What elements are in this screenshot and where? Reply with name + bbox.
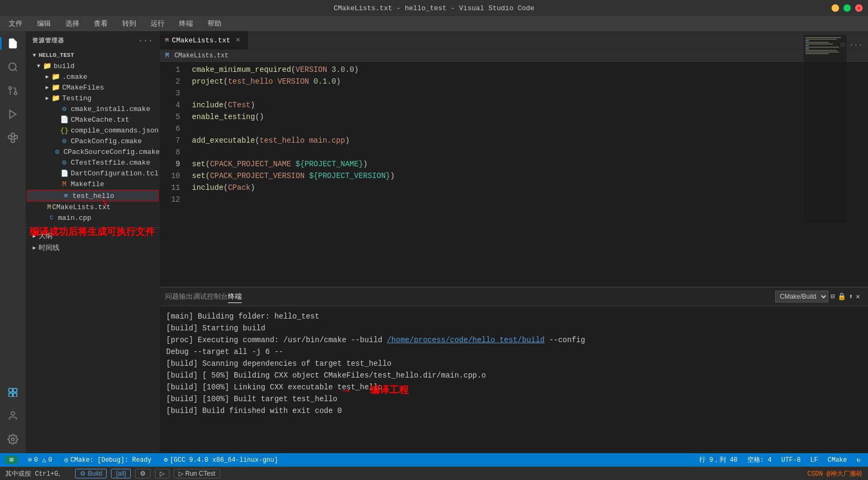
minimize-button[interactable]: — <box>832 4 839 12</box>
menu-view[interactable]: 查看 <box>91 18 111 29</box>
tree-item-cmake[interactable]: ▶ 📁 .cmake <box>26 71 160 82</box>
sidebar-item-timeline[interactable]: ▶ 时间线 <box>26 242 160 254</box>
tree-item-build[interactable]: ▼ 📁 build <box>26 61 160 71</box>
terminal-tab-debug[interactable]: 调试控制台 <box>193 291 228 302</box>
terminal-profile-dropdown[interactable]: CMake/Build <box>775 291 828 302</box>
svg-rect-10 <box>9 388 13 392</box>
code-line-10: set(CPACK_PROJECT_VERSION ${PROJECT_VERS… <box>192 170 868 182</box>
terminal-lock-icon[interactable]: 🔒 <box>837 292 846 301</box>
tree-item-cmakecache[interactable]: 📄 CMakeCache.txt <box>26 114 160 125</box>
svg-rect-12 <box>9 393 13 397</box>
terminal-split-icon[interactable]: ⊟ <box>831 292 835 301</box>
status-language[interactable]: CMake <box>826 456 849 464</box>
status-position[interactable]: 行 9，列 40 <box>697 455 740 464</box>
svg-rect-11 <box>13 388 17 392</box>
tree-item-test-hello[interactable]: ≡ test_hello <box>27 190 159 202</box>
tree-item-ctestfile[interactable]: ⚙ CTestTestfile.cmake <box>26 157 160 168</box>
activity-bar <box>0 31 26 453</box>
eol-text: LF <box>810 456 818 464</box>
status-errors[interactable]: ⊘ 0 △ 0 <box>26 456 54 464</box>
tree-item-cpacksource[interactable]: ⚙ CPackSourceConfig.cmake <box>26 146 160 157</box>
sidebar-title: 资源管理器 <box>32 36 64 45</box>
status-gcc[interactable]: ⚙ [GCC 9.4.0 x86_64-linux-gnu] <box>162 456 280 464</box>
build-button[interactable]: ⚙ Build <box>75 469 107 478</box>
terminal-content[interactable]: [main] Building folder: hello_test [buil… <box>160 306 868 453</box>
term-line-5: [build] Scanning dependencies of target … <box>166 358 862 370</box>
folder-icon-build: 📁 <box>43 62 51 70</box>
file-icon-maincpp: C <box>47 213 56 222</box>
remote-activity-icon[interactable] <box>3 382 23 402</box>
status-cmake[interactable]: ◎ CMake: [Debug]: Ready <box>62 456 153 464</box>
source-control-activity-icon[interactable] <box>3 81 23 100</box>
term-line-1: [main] Building folder: hello_test <box>166 311 862 322</box>
file-icon-cmakecache: 📄 <box>60 115 69 124</box>
menu-file[interactable]: 文件 <box>5 18 26 29</box>
tab-close-button[interactable]: × <box>234 36 242 45</box>
terminal-tab-output[interactable]: 输出 <box>179 291 193 302</box>
files-activity-icon[interactable] <box>3 34 23 53</box>
line-num-6: 6 <box>160 123 180 135</box>
file-icon-test-hello: ≡ <box>62 191 70 200</box>
cmake-status-text: CMake: [Debug]: Ready <box>70 456 151 464</box>
extensions-activity-icon[interactable] <box>3 128 23 147</box>
sidebar-header: 资源管理器 ··· <box>26 31 160 50</box>
terminal-tab-terminal[interactable]: 终端 <box>228 291 242 303</box>
account-activity-icon[interactable] <box>3 406 23 425</box>
status-spaces[interactable]: 空格: 4 <box>745 455 774 464</box>
sidebar: 资源管理器 ··· ▼ HELLO_TEST ▼ 📁 build ▶ 📁 .cm… <box>26 31 160 453</box>
code-content[interactable]: cmake_minimum_required(VERSION 3.0.0) pr… <box>187 62 868 287</box>
status-encoding[interactable]: UTF-8 <box>779 456 803 464</box>
cmake-status-icon: ◎ <box>64 456 68 464</box>
menu-help[interactable]: 帮助 <box>204 18 225 29</box>
menu-select[interactable]: 选择 <box>62 18 83 29</box>
close-button[interactable]: ✕ <box>855 4 863 12</box>
file-icon-dart: 📄 <box>60 169 69 178</box>
tree-item-cmake-install[interactable]: ⚙ cmake_install.cmake <box>26 104 160 114</box>
tree-item-testing[interactable]: ▶ 📁 Testing <box>26 93 160 104</box>
tree-item-cmakefiles[interactable]: ▶ 📁 CMakeFiles <box>26 82 160 93</box>
menu-goto[interactable]: 转到 <box>119 18 139 29</box>
tree-item-cpackconfig[interactable]: ⚙ CPackConfig.cmake <box>26 136 160 146</box>
run-debug-activity-icon[interactable] <box>3 105 23 124</box>
all-button[interactable]: [all] <box>111 469 131 478</box>
maximize-button[interactable]: □ <box>843 4 851 12</box>
tree-item-makefile[interactable]: M Makefile <box>26 179 160 189</box>
search-activity-icon[interactable] <box>3 57 23 77</box>
line-num-12: 12 <box>160 194 180 205</box>
error-icon: ⊘ <box>28 456 32 464</box>
line-num-1: 1 <box>160 64 180 76</box>
tree-item-cmakelists[interactable]: M CMakeLists.txt <box>26 202 160 212</box>
cmake-debug-button[interactable]: ▷ <box>155 469 169 478</box>
menu-run[interactable]: 运行 <box>147 18 168 29</box>
status-eol[interactable]: LF <box>808 456 820 464</box>
line-num-11: 11 <box>160 182 180 194</box>
settings-activity-icon[interactable] <box>3 430 23 449</box>
tree-item-dart[interactable]: 📄 DartConfiguration.tcl <box>26 168 160 179</box>
status-sync[interactable]: ↻ <box>855 456 863 464</box>
build-toolbar: ⚙ Build [all] ⚙ ▷ ▷ Run CTest <box>75 469 220 478</box>
sidebar-item-outline[interactable]: ▶ 大纲 <box>26 230 160 242</box>
menu-terminal[interactable]: 终端 <box>176 18 196 29</box>
breadcrumb-file: M CMakeLists.txt <box>165 52 228 60</box>
tree-root-hello-test[interactable]: ▼ HELLO_TEST <box>26 50 160 61</box>
run-ctest-button[interactable]: ▷ Run CTest <box>174 469 220 478</box>
menu-edit[interactable]: 编辑 <box>34 18 54 29</box>
editor-more-icon[interactable]: ··· <box>849 41 863 49</box>
bottom-bar: 其中或按 Ctrl+G。 ⚙ Build [all] ⚙ ▷ ▷ Run CTe… <box>0 467 868 480</box>
line-num-8: 8 <box>160 146 180 158</box>
code-line-3 <box>192 87 868 99</box>
sidebar-more-icon[interactable]: ··· <box>138 36 153 45</box>
tree-item-maincpp[interactable]: C main.cpp <box>26 212 160 223</box>
timeline-label: 时间线 <box>39 243 60 253</box>
tab-cmakelists[interactable]: M CMakeLists.txt × <box>160 31 248 49</box>
terminal-maximize-icon[interactable]: ⬆ <box>849 292 853 301</box>
cmake-config-button[interactable]: ⚙ <box>135 469 151 478</box>
tree-item-compile-commands[interactable]: {} compile_commands.json <box>26 125 160 136</box>
tree-label-maincpp: main.cpp <box>58 214 91 222</box>
line-num-3: 3 <box>160 87 180 99</box>
terminal-tab-problems[interactable]: 问题 <box>165 291 179 302</box>
status-remote[interactable]: ⊞ <box>5 456 18 464</box>
tree-root-label: HELLO_TEST <box>39 52 74 58</box>
terminal-close-icon[interactable]: ✕ <box>856 292 860 301</box>
status-bar: ⊞ ⊘ 0 △ 0 ◎ CMake: [Debug]: Ready ⚙ [GCC… <box>0 453 868 467</box>
